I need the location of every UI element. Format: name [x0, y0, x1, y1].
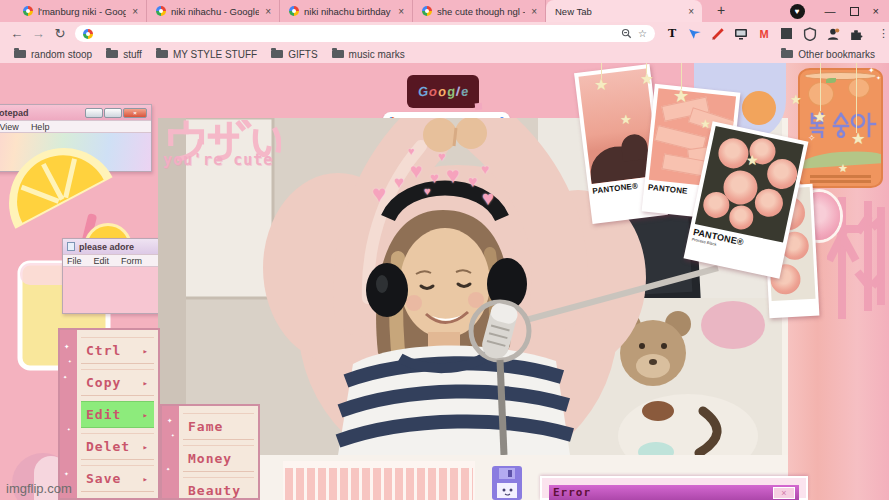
grid-glyph	[781, 28, 792, 39]
zoom-out-icon[interactable]	[621, 28, 632, 39]
error-titlebar[interactable]: Error ×	[549, 485, 799, 500]
submenu-arrow-icon: ▸	[143, 442, 149, 452]
tab-title: she cute though ngl - Google S	[437, 6, 525, 17]
tab-close-icon[interactable]: ×	[397, 6, 405, 17]
back-button[interactable]: ←	[6, 26, 28, 41]
new-tab-button[interactable]: +	[712, 2, 730, 22]
star-icon: ★	[594, 77, 608, 93]
google-favicon	[289, 6, 299, 16]
sparkle-icon: ✦	[68, 358, 72, 364]
person-extension-icon[interactable]	[826, 27, 840, 41]
bookmark-random-stoop[interactable]: random stoop	[14, 49, 92, 60]
google-favicon	[23, 6, 33, 16]
tab-new-tab[interactable]: New Tab ×	[546, 0, 702, 22]
menu-item-save[interactable]: Save ▸	[81, 465, 154, 492]
folder-icon	[332, 50, 344, 58]
doodle-letter: e	[460, 84, 469, 100]
tab-niki-nihachu[interactable]: niki nihachu - Google Search ×	[147, 0, 280, 22]
heart-icon: ♥	[430, 170, 439, 185]
submenu-item-fame[interactable]: Fame	[183, 413, 254, 440]
notepad-titlebar[interactable]: - Notepad ×	[0, 105, 151, 120]
extensions-puzzle-icon[interactable]	[849, 27, 863, 41]
folder-icon	[106, 50, 118, 58]
sparkle-icon: ✦	[167, 416, 172, 425]
window-close-button[interactable]: ×	[873, 6, 879, 17]
imgflip-watermark: imgflip.com	[6, 481, 72, 496]
menu-item-delet[interactable]: Delet ▸	[81, 433, 154, 460]
sparkle-icon: ✧	[808, 134, 816, 143]
notepad-maximize-button[interactable]	[104, 108, 122, 118]
google-favicon	[156, 6, 166, 16]
menu-item-label: Save	[86, 471, 121, 486]
tab-lmanburg-niki[interactable]: l'manburg niki - Google Search ×	[14, 0, 147, 22]
youre-cute-caption: you're cute	[163, 151, 273, 169]
toolbar: ← → ↻ ☆ T	[0, 22, 889, 45]
address-bar[interactable]: ☆	[75, 25, 655, 42]
red-pen-extension-icon[interactable]	[711, 27, 725, 41]
star-icon: ★	[790, 93, 802, 106]
google-favicon	[422, 6, 432, 16]
grid-extension-icon[interactable]	[780, 27, 794, 41]
menu-help[interactable]: Help	[31, 122, 50, 132]
garland-string	[820, 63, 821, 111]
browser-menu-icon[interactable]: ⋮	[878, 27, 889, 40]
folder-icon	[14, 50, 26, 58]
browser-window: l'manburg niki - Google Search × niki ni…	[0, 0, 889, 500]
error-title: Error	[553, 486, 591, 499]
maximize-button[interactable]	[850, 7, 859, 16]
screen-share-extension-icon[interactable]	[734, 27, 748, 41]
sparkle-icon: ✦	[868, 67, 875, 75]
submenu-arrow-icon: ▸	[143, 474, 149, 484]
profile-avatar-heart-icon[interactable]: ♥	[790, 4, 805, 19]
tab-niki-birthday[interactable]: niki nihachu birthday - Googl ×	[280, 0, 413, 22]
context-submenu: ✦ ✦ ✦ Fame Money Beauty	[160, 404, 260, 500]
tumblr-t-extension-icon[interactable]: T	[665, 27, 679, 41]
bookmark-label: random stoop	[31, 49, 92, 60]
menu-file[interactable]: File	[67, 256, 82, 266]
menu-edit[interactable]: Edit	[94, 256, 110, 266]
notepad-minimize-button[interactable]	[85, 108, 103, 118]
submenu-item-beauty[interactable]: Beauty	[183, 477, 254, 500]
google-doodle-logo[interactable]: Google	[407, 75, 479, 108]
heart-icon: ♥	[446, 164, 460, 187]
shield-extension-icon[interactable]	[803, 27, 817, 41]
tab-bar: l'manburg niki - Google Search × niki ni…	[0, 0, 889, 22]
menu-item-label: Copy	[86, 375, 121, 390]
heart-icon: ♥	[408, 146, 415, 157]
bookmark-my-style-stuff[interactable]: MY STYLE STUFF	[156, 49, 257, 60]
bookmark-label: music marks	[349, 49, 405, 60]
bookmark-music-marks[interactable]: music marks	[332, 49, 405, 60]
tab-she-cute[interactable]: she cute though ngl - Google S ×	[413, 0, 546, 22]
bookmark-stuff[interactable]: stuff	[106, 49, 142, 60]
sparkle-icon: ✦	[63, 374, 67, 381]
other-bookmarks[interactable]: Other bookmarks	[781, 49, 875, 60]
tab-close-icon[interactable]: ×	[264, 6, 272, 17]
tab-close-icon[interactable]: ×	[131, 6, 139, 17]
tab-close-icon[interactable]: ×	[530, 6, 538, 17]
bookmark-gifts[interactable]: GIFTS	[271, 49, 317, 60]
garland-string	[856, 63, 857, 133]
blue-check-extension-icon[interactable]	[688, 27, 702, 41]
forward-button[interactable]: →	[28, 26, 50, 41]
submenu-item-money[interactable]: Money	[183, 445, 254, 472]
tab-close-icon[interactable]: ×	[687, 6, 695, 17]
reload-button[interactable]: ↻	[49, 26, 71, 41]
error-close-button[interactable]: ×	[773, 487, 795, 499]
please-adore-titlebar[interactable]: please adore	[63, 239, 159, 254]
bookmark-star-icon[interactable]: ☆	[638, 29, 647, 39]
notepad-close-button[interactable]: ×	[123, 108, 147, 118]
menu-view[interactable]: View	[0, 122, 19, 132]
menu-item-ctrl[interactable]: Ctrl ▸	[81, 337, 154, 364]
can-ridge	[810, 175, 871, 178]
submenu-sparkle-strip: ✦ ✦ ✦	[162, 406, 179, 498]
star-icon: ★	[620, 113, 632, 126]
minimize-button[interactable]: —	[825, 6, 836, 17]
menu-item-edit[interactable]: Edit ▸	[81, 401, 154, 428]
orange-circle-decor	[742, 91, 776, 125]
menu-item-copy[interactable]: Copy ▸	[81, 369, 154, 396]
gmail-extension-icon[interactable]: M	[757, 27, 771, 41]
floppy-disk-icon	[492, 466, 522, 500]
tab-title: niki nihachu birthday - Googl	[304, 6, 392, 17]
please-adore-body	[63, 267, 159, 313]
menu-form[interactable]: Form	[121, 256, 142, 266]
